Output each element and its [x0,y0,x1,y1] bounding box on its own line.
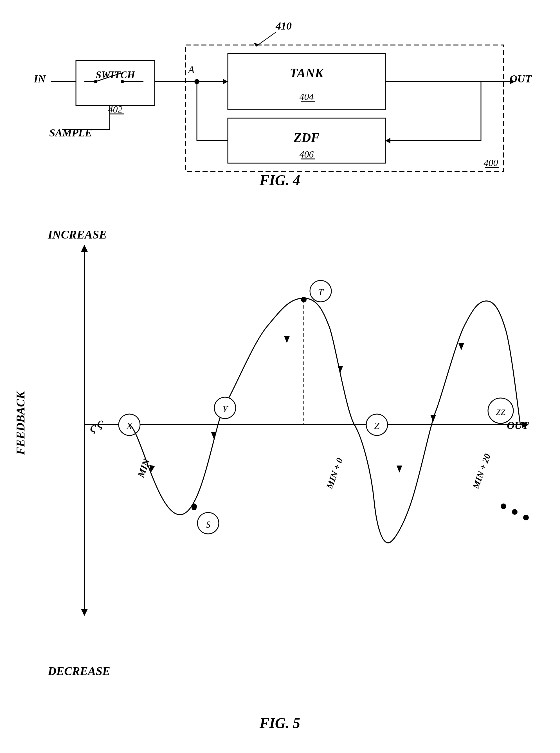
svg-rect-5 [76,60,155,105]
svg-marker-70 [458,343,464,350]
svg-point-71 [192,505,197,510]
svg-point-9 [94,80,97,83]
svg-marker-68 [397,465,402,473]
svg-marker-37 [81,245,88,252]
svg-point-58 [512,509,518,515]
svg-marker-66 [284,336,290,343]
svg-marker-67 [338,366,343,373]
svg-text:T: T [318,287,324,297]
svg-marker-69 [430,415,436,422]
svg-marker-40 [522,421,529,428]
svg-text:ς: ς [97,415,103,431]
svg-text:TANK: TANK [290,66,324,80]
fig4-diagram: IN OUT SAMPLE 410 SWITCH 402 A [22,17,537,191]
svg-text:402: 402 [108,104,123,115]
svg-text:MIN + 20: MIN + 20 [470,452,493,491]
fig4-svg: 410 SWITCH 402 A T [22,17,537,180]
svg-text:A: A [187,64,195,75]
svg-marker-38 [81,609,88,616]
svg-text:ZDF: ZDF [293,131,320,145]
svg-point-57 [501,503,506,509]
svg-marker-65 [211,432,217,439]
svg-text:ς: ς [90,419,96,435]
svg-text:406: 406 [300,149,314,159]
svg-text:X: X [126,420,133,431]
svg-marker-19 [223,79,228,84]
svg-text:410: 410 [275,20,292,32]
svg-text:Y: Y [222,404,229,414]
svg-text:ZZ: ZZ [496,407,505,417]
fig5-label: FIG. 5 [22,715,537,731]
svg-text:404: 404 [300,92,314,102]
fig4-label: FIG. 4 [22,172,537,189]
svg-text:S: S [206,519,211,530]
svg-text:Z: Z [374,420,380,431]
svg-marker-4 [509,79,515,84]
svg-text:MIN + 0: MIN + 0 [324,457,344,491]
svg-point-59 [523,515,529,520]
fig5-svg: ς ς X Y S T Z ZZ [22,219,537,712]
fig5-diagram: INCREASE DECREASE FEEDBACK OUT ς ς X Y S [22,219,537,734]
svg-text:400: 400 [484,158,498,168]
